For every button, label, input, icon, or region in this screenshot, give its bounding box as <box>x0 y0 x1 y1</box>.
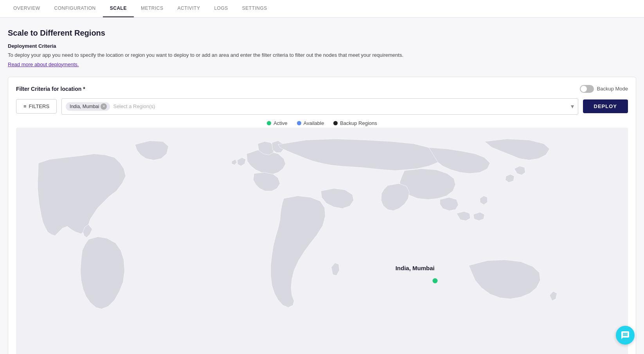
active-label: Active <box>273 120 287 126</box>
filters-btn-label: FILTERS <box>29 103 50 109</box>
nav-tabs: OVERVIEWCONFIGURATIONSCALEMETRICSACTIVIT… <box>0 0 644 18</box>
backup-label: Backup Regions <box>340 120 377 126</box>
available-dot-icon <box>297 121 301 125</box>
backup-mode-label: Backup Mode <box>597 86 628 92</box>
tab-scale[interactable]: SCALE <box>103 0 134 17</box>
tab-settings[interactable]: SETTINGS <box>235 0 274 17</box>
tab-metrics[interactable]: METRICS <box>134 0 171 17</box>
backup-mode-wrap: Backup Mode <box>580 85 628 93</box>
filter-icon: ≡ <box>23 103 27 109</box>
description-text: To deploy your app you need to specify t… <box>8 51 636 59</box>
deploy-button[interactable]: DEPLOY <box>583 99 628 113</box>
deployment-criteria-label: Deployment Criteria <box>8 43 636 49</box>
map-svg <box>16 128 628 354</box>
chevron-down-icon: ▾ <box>571 103 574 110</box>
filter-header: Filter Criteria for location * Backup Mo… <box>16 85 628 93</box>
region-tag: India, Mumbai × <box>66 102 110 111</box>
available-label: Available <box>304 120 324 126</box>
filter-row: ≡ FILTERS India, Mumbai × Select a Regio… <box>16 98 628 115</box>
map-legend: Active Available Backup Regions <box>16 120 628 126</box>
page-title: Scale to Different Regions <box>8 29 636 38</box>
region-placeholder: Select a Region(s) <box>113 103 570 109</box>
region-tag-close[interactable]: × <box>101 103 107 110</box>
region-select[interactable]: India, Mumbai × Select a Region(s) ▾ <box>61 98 578 115</box>
read-more-link[interactable]: Read more about deployments. <box>8 61 79 67</box>
filter-criteria-label: Filter Criteria for location * <box>16 86 85 92</box>
backup-dot-icon <box>333 121 338 125</box>
legend-available: Available <box>297 120 324 126</box>
tab-overview[interactable]: OVERVIEW <box>6 0 47 17</box>
legend-backup: Backup Regions <box>333 120 377 126</box>
backup-mode-toggle[interactable] <box>580 85 594 93</box>
filter-section: Filter Criteria for location * Backup Mo… <box>8 77 636 354</box>
mumbai-map-dot[interactable] <box>433 278 438 284</box>
legend-active: Active <box>267 120 287 126</box>
tab-configuration[interactable]: CONFIGURATION <box>47 0 103 17</box>
filters-button[interactable]: ≡ FILTERS <box>16 99 57 114</box>
main-content: Scale to Different Regions Deployment Cr… <box>0 18 644 354</box>
region-tag-text: India, Mumbai <box>70 104 99 109</box>
active-dot-icon <box>267 121 271 125</box>
chat-icon <box>621 331 630 340</box>
tab-activity[interactable]: ACTIVITY <box>170 0 207 17</box>
chat-bubble[interactable] <box>616 326 635 345</box>
world-map[interactable]: India, Mumbai <box>16 128 628 354</box>
tab-logs[interactable]: LOGS <box>207 0 235 17</box>
